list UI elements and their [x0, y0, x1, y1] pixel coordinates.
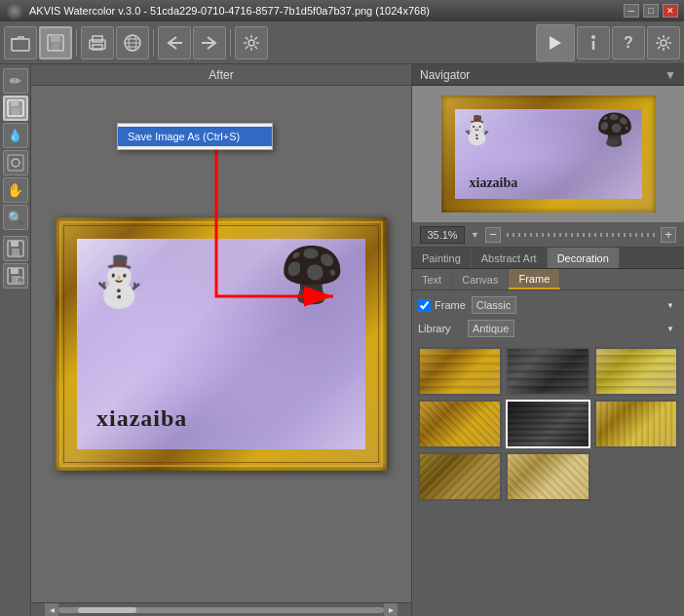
navigator-header: Navigator ▼ — [412, 64, 684, 86]
frame-thumb-1[interactable] — [418, 347, 502, 396]
save-tool-2[interactable] — [3, 236, 28, 261]
after-label: After — [209, 68, 233, 82]
toolbar-separator-3 — [230, 29, 231, 57]
hand-tool[interactable]: ✋ — [3, 177, 28, 203]
play-button[interactable] — [536, 24, 575, 61]
svg-rect-5 — [93, 36, 102, 42]
settings-button[interactable] — [235, 26, 268, 59]
center-tab[interactable]: After — [31, 64, 411, 86]
zoom-dropdown-arrow: ▼ — [471, 230, 479, 240]
app-logo — [6, 2, 23, 19]
tab-frame[interactable]: Frame — [509, 269, 560, 289]
toolbar-separator-2 — [153, 29, 154, 57]
inner-canvas: ⛄ 🍄 xiazaiba — [77, 239, 365, 449]
save-as-menu-item[interactable]: Save Image As (Ctrl+S) — [118, 127, 272, 146]
right-panel: Navigator ▼ ⛄ 🍄 xiazaiba 35.1% ▼ − + — [411, 64, 684, 616]
frame-style-select[interactable]: Classic — [472, 296, 516, 314]
frame-thumb-7[interactable] — [418, 452, 502, 501]
maximize-button[interactable]: □ — [643, 4, 659, 18]
svg-rect-18 — [12, 108, 19, 115]
canvas-watermark: xiazaiba — [96, 405, 187, 432]
print-button[interactable] — [81, 26, 114, 59]
zoom-tool[interactable]: 🔍 — [3, 205, 28, 230]
center-area: After Save Image As (Ctrl+S) — [31, 64, 411, 616]
tab-painting[interactable]: Painting — [412, 248, 472, 268]
context-menu: Save Image As (Ctrl+S) — [117, 123, 273, 150]
frame-thumb-5[interactable] — [506, 400, 589, 448]
svg-text:+: + — [19, 279, 22, 285]
nav-image: ⛄ 🍄 xiazaiba — [441, 96, 656, 212]
forward-button[interactable] — [193, 26, 226, 59]
web-button[interactable] — [116, 26, 149, 59]
nav-watermark: xiazaiba — [470, 175, 518, 191]
horizontal-scrollbar[interactable]: ◂ ▸ — [31, 602, 411, 616]
svg-rect-3 — [52, 43, 59, 50]
svg-rect-25 — [11, 268, 19, 274]
svg-point-20 — [12, 159, 19, 167]
svg-rect-0 — [12, 39, 29, 51]
title-bar-text: AKVIS Watercolor v.3.0 - 51cda229-0710-4… — [29, 5, 624, 17]
nav-snowman: ⛄ — [460, 114, 494, 146]
frame-thumb-2[interactable] — [506, 347, 589, 396]
snowman-figure: ⛄ — [89, 253, 149, 310]
tab-abstract-art[interactable]: Abstract Art — [472, 248, 548, 268]
zoom-slider[interactable] — [507, 233, 655, 237]
scroll-right-btn[interactable]: ▸ — [384, 603, 398, 617]
left-tool-panel: ✏ 💧 ✋ 🔍 + — [0, 64, 31, 616]
navigator-preview: ⛄ 🍄 xiazaiba — [412, 86, 684, 222]
zoom-in-button[interactable]: + — [661, 227, 676, 243]
save-image-tool[interactable] — [3, 96, 28, 121]
svg-point-15 — [661, 40, 666, 46]
library-wrapper: Antique — [468, 320, 678, 337]
tab-canvas[interactable]: Canvas — [452, 269, 509, 289]
secondary-tabs: Text Canvas Frame — [412, 269, 684, 290]
painting-container: ⛄ 🍄 xiazaiba — [56, 217, 387, 471]
window-controls: ─ □ ✕ — [624, 4, 678, 18]
frames-grid — [418, 343, 678, 505]
frame-thumb-8[interactable] — [506, 452, 589, 501]
mushroom-figure: 🍄 — [279, 244, 346, 307]
frame-row: Frame Classic — [418, 296, 678, 314]
eyedropper-tool[interactable]: 💧 — [3, 123, 28, 148]
toolbar-separator-1 — [76, 29, 77, 57]
main-content: ✏ 💧 ✋ 🔍 + After Save Image As (Ctrl+S) — [0, 64, 684, 616]
library-label: Library — [418, 323, 462, 334]
tab-text[interactable]: Text — [412, 269, 452, 289]
svg-rect-2 — [51, 35, 60, 42]
frame-thumb-3[interactable] — [594, 347, 678, 396]
zoom-value: 35.1% — [420, 226, 465, 244]
library-select[interactable]: Antique — [468, 320, 514, 337]
canvas-area[interactable]: ⛄ 🍄 xiazaiba — [31, 86, 411, 602]
svg-rect-23 — [12, 249, 19, 255]
zoom-out-button[interactable]: − — [485, 227, 501, 243]
svg-rect-22 — [11, 241, 19, 247]
frame-thumb-4[interactable] — [418, 400, 502, 448]
primary-tabs: Painting Abstract Art Decoration — [412, 248, 684, 269]
help-button[interactable]: ? — [612, 26, 645, 59]
svg-rect-6 — [93, 45, 102, 50]
svg-point-14 — [591, 35, 595, 39]
paint-tool[interactable] — [3, 150, 28, 175]
gear-button[interactable] — [647, 26, 680, 59]
frame-checkbox[interactable] — [418, 299, 431, 312]
brush-tool[interactable]: ✏ — [3, 68, 28, 94]
save-button[interactable] — [39, 26, 72, 59]
navigator-title: Navigator — [420, 68, 470, 82]
nav-inner: ⛄ 🍄 xiazaiba — [455, 109, 642, 199]
info-button[interactable] — [577, 26, 610, 59]
svg-point-12 — [248, 40, 254, 46]
main-toolbar: ? — [0, 21, 684, 64]
frame-checkbox-label: Frame — [418, 299, 466, 312]
minimize-button[interactable]: ─ — [624, 4, 639, 18]
frame-style-wrapper: Classic — [472, 296, 678, 314]
close-button[interactable]: ✕ — [663, 4, 678, 18]
scroll-left-btn[interactable]: ◂ — [45, 603, 58, 617]
zoom-bar: 35.1% ▼ − + — [412, 222, 684, 248]
svg-rect-17 — [11, 100, 19, 106]
open-button[interactable] — [4, 26, 37, 59]
save-tool-3[interactable]: + — [3, 263, 28, 289]
frame-thumb-6[interactable] — [594, 400, 678, 448]
back-button[interactable] — [158, 26, 191, 59]
scroll-thumb[interactable] — [78, 607, 136, 613]
tab-decoration[interactable]: Decoration — [548, 248, 620, 268]
